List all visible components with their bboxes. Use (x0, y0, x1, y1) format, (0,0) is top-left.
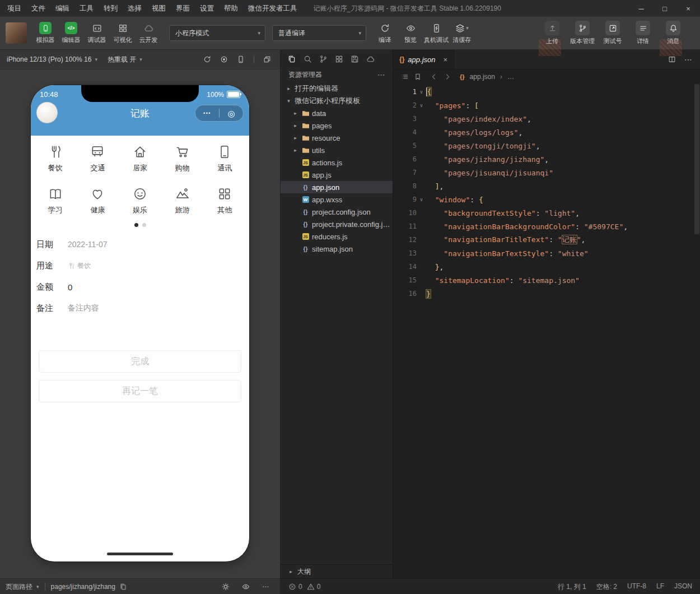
menu-item[interactable]: 微信开发者工具 (243, 0, 302, 17)
code-line[interactable]: 7 "pages/jisuanqi/jisuanqi" (393, 166, 700, 179)
menu-item[interactable]: 帮助 (219, 0, 243, 17)
fold-chevron-icon[interactable]: ∨ (417, 103, 426, 108)
action-device-debug-button[interactable]: 真机调试 (423, 22, 449, 44)
code-line[interactable]: 3 "pages/index/index", (393, 112, 700, 126)
toolbar-cloud-button[interactable]: 云开发 (136, 22, 161, 44)
tree-item[interactable]: JSapp.js (281, 169, 393, 181)
menu-item[interactable]: 选择 (123, 0, 147, 17)
compile-select[interactable]: 普通编译 ▾ (272, 25, 366, 41)
tree-item[interactable]: {}app.json (281, 181, 393, 193)
sun-icon[interactable] (222, 583, 230, 591)
app-logo-avatar[interactable] (36, 102, 58, 123)
tree-item[interactable]: JSreducers.js (281, 230, 393, 243)
category-shopping[interactable]: 购物 (161, 145, 204, 173)
menu-item[interactable]: 编辑 (50, 0, 74, 17)
toolbar-version-button[interactable]: 版本管理 (568, 21, 597, 45)
code-line[interactable]: 5 "pages/tongji/tongji", (393, 139, 700, 152)
tab-close-icon[interactable]: × (444, 55, 448, 64)
eye-icon[interactable] (242, 583, 250, 591)
form-row[interactable]: 备注备注内容 (36, 298, 244, 319)
code-line[interactable]: 1∨{ (393, 85, 700, 99)
more-actions-icon[interactable]: ⋯ (377, 71, 385, 79)
mode-select[interactable]: 小程序模式 ▾ (169, 25, 265, 41)
category-fun[interactable]: 娱乐 (119, 187, 161, 215)
home-circle-icon[interactable]: ◎ (220, 109, 243, 118)
device-selector[interactable]: iPhone 12/13 (Pro) 100% 16 (7, 55, 91, 63)
chevron-down-icon[interactable]: ▾ (36, 584, 39, 590)
tab-app-json[interactable]: {} app.json × (393, 50, 454, 69)
menu-item[interactable]: 转到 (99, 0, 123, 17)
menu-item[interactable]: 设置 (195, 0, 219, 17)
chevron-down-icon[interactable]: ▾ (139, 57, 142, 62)
chevron-down-icon[interactable]: ▾ (95, 57, 97, 62)
category-comms[interactable]: 通讯 (203, 145, 246, 173)
bookmark-icon[interactable] (414, 73, 422, 81)
menu-item[interactable]: 工具 (74, 0, 99, 17)
menu-item[interactable]: 项目 (2, 0, 26, 17)
grid4-icon[interactable] (335, 55, 343, 63)
code-line[interactable]: 6 "pages/jizhang/jizhang", (393, 152, 700, 166)
menu-item[interactable]: 文件 (26, 0, 50, 17)
category-home[interactable]: 居家 (119, 145, 161, 173)
code-line[interactable]: 12 "navigationBarTitleText": "记账", (393, 233, 700, 247)
toolbar-message-button[interactable]: 消息 (659, 21, 688, 45)
tree-item[interactable]: ▾微信记账小程序模板 (281, 95, 393, 107)
toolbar-editor-button[interactable]: </>编辑器 (58, 22, 84, 44)
files-icon[interactable] (288, 55, 296, 63)
category-health[interactable]: 健康 (77, 187, 119, 215)
action-clear-cache-button[interactable]: ▾清缓存 (449, 22, 475, 44)
refresh-icon[interactable] (203, 55, 211, 63)
cloud-icon[interactable] (366, 55, 375, 63)
maximize-button[interactable]: □ (653, 0, 676, 17)
language-mode[interactable]: JSON (674, 582, 692, 592)
page-path-label[interactable]: 页面路径 (6, 582, 32, 592)
phone-icon[interactable] (237, 55, 245, 63)
code-line[interactable]: 9∨ "window": { (393, 193, 700, 206)
tree-item[interactable]: Wapp.wxss (281, 193, 393, 206)
breadcrumb-file[interactable]: app.json (470, 73, 495, 81)
problems-errors[interactable]: 0 (288, 583, 302, 591)
more-icon[interactable]: ⋯ (262, 583, 269, 590)
phone-button[interactable]: 再记一笔 (39, 380, 241, 402)
action-eye-button[interactable]: 预览 (398, 22, 423, 44)
hot-reload-toggle[interactable]: 热重载 开 (108, 55, 136, 64)
tree-item[interactable]: ▸打开的编辑器 (281, 82, 393, 95)
encoding-setting[interactable]: UTF-8 (627, 582, 646, 592)
category-study[interactable]: 学习 (34, 187, 77, 215)
toolbar-visual-button[interactable]: 可视化 (110, 22, 136, 44)
category-travel[interactable]: 旅游 (161, 187, 204, 215)
close-button[interactable]: × (676, 0, 700, 17)
tree-item[interactable]: ▸data (281, 107, 393, 119)
code-line[interactable]: 10 "backgroundTextStyle": "light", (393, 206, 700, 220)
form-row[interactable]: 金额0 (36, 276, 244, 298)
tree-item[interactable]: ▸utils (281, 144, 393, 156)
record-icon[interactable] (220, 55, 228, 63)
phone-button[interactable]: 完成 (39, 350, 241, 373)
multi-window-icon[interactable] (263, 55, 271, 63)
toolbar-details-button[interactable]: 详情 (628, 21, 657, 45)
cursor-position[interactable]: 行 1, 列 1 (558, 582, 586, 592)
toolbar-debugger-button[interactable]: 调试器 (84, 22, 110, 44)
split-editor-icon[interactable] (668, 55, 676, 63)
code-line[interactable]: 8 ], (393, 179, 700, 193)
toolbar-testid-button[interactable]: 测试号 (598, 21, 627, 45)
tree-item[interactable]: JSactions.js (281, 156, 393, 169)
toolbar-upload-button[interactable]: 上传 (538, 21, 567, 45)
fold-chevron-icon[interactable]: ∨ (417, 89, 426, 95)
more-actions-icon[interactable]: ⋯ (684, 55, 692, 64)
copy-icon[interactable] (119, 583, 127, 591)
code-line[interactable]: 14 }, (393, 260, 700, 273)
user-avatar[interactable] (6, 22, 27, 44)
more-dots-icon[interactable]: ••• (195, 110, 219, 116)
form-row[interactable]: 用途餐饮 (36, 255, 244, 276)
branch-icon[interactable] (319, 55, 328, 63)
outline-list-icon[interactable] (401, 73, 409, 81)
form-row[interactable]: 日期2022-11-07 (36, 234, 244, 255)
category-other[interactable]: 其他 (203, 187, 246, 215)
toolbar-simulator-button[interactable]: 模拟器 (32, 22, 58, 44)
tree-item[interactable]: ▸pages (281, 119, 393, 132)
minimize-button[interactable]: ─ (629, 0, 653, 17)
back-icon[interactable] (430, 73, 438, 81)
menu-item[interactable]: 视图 (147, 0, 171, 17)
breadcrumb-more[interactable]: … (507, 73, 514, 81)
